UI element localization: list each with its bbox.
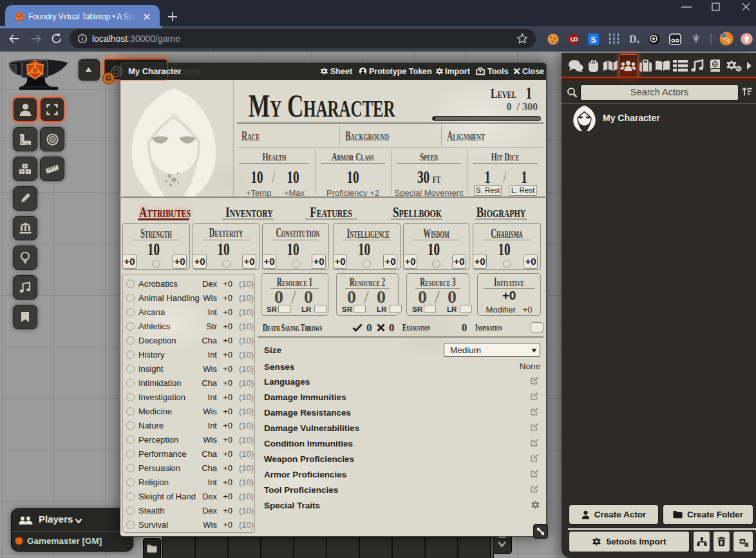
svg-text:S: S xyxy=(591,35,596,44)
svg-text:D: D xyxy=(629,34,637,44)
